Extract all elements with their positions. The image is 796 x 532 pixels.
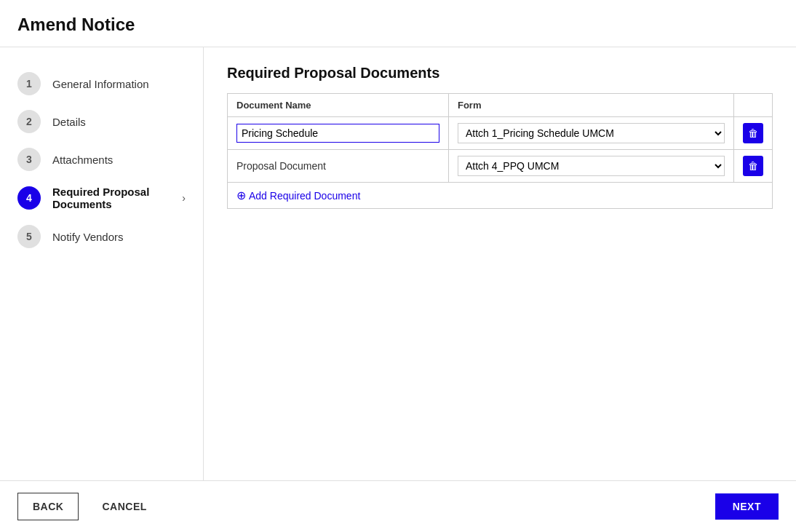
table-row: Attch 1_Pricing Schedule UMCMAttch 2_Tec… [228,117,773,150]
step-circle-3: 3 [17,148,41,171]
step-label-3: Attachments [52,154,113,166]
footer: BACK CANCEL NEXT [0,480,796,532]
col-header-actions [734,94,773,117]
sidebar: 1General Information2Details3Attachments… [0,47,204,480]
doc-name-cell-1: Proposal Document [228,150,449,183]
step-label-4: Required Proposal Documents [52,186,167,210]
step-circle-4: 4 [17,186,41,210]
sidebar-step-1[interactable]: 1General Information [12,65,191,103]
form-select-0[interactable]: Attch 1_Pricing Schedule UMCMAttch 2_Tec… [458,123,725,143]
form-cell-0: Attch 1_Pricing Schedule UMCMAttch 2_Tec… [448,117,733,150]
delete-cell-1: 🗑 [734,150,773,183]
step-label-2: Details [52,116,86,128]
doc-name-cell-0 [228,117,449,150]
add-doc-label: Add Required Document [249,190,360,202]
delete-button-1[interactable]: 🗑 [743,156,763,176]
table-row: Proposal DocumentAttch 1_Pricing Schedul… [228,150,773,183]
step-label-5: Notify Vendors [52,231,124,243]
sidebar-step-4[interactable]: 4Required Proposal Documents› [12,178,191,218]
page-title: Amend Notice [17,15,779,35]
doc-name-text-1: Proposal Document [236,160,326,172]
page-header: Amend Notice [0,0,796,47]
cancel-button[interactable]: CANCEL [87,493,161,520]
chevron-right-icon: › [182,192,186,204]
section-title: Required Proposal Documents [227,65,773,82]
next-button[interactable]: NEXT [715,493,779,520]
documents-table: Document Name Form Attch 1_Pricing Sched… [227,93,773,209]
sidebar-step-2[interactable]: 2Details [12,103,191,140]
col-header-document-name: Document Name [228,94,449,117]
col-header-form: Form [448,94,733,117]
sidebar-step-3[interactable]: 3Attachments [12,140,191,178]
form-select-1[interactable]: Attch 1_Pricing Schedule UMCMAttch 2_Tec… [458,156,725,176]
delete-button-0[interactable]: 🗑 [743,123,763,143]
main-content: 1General Information2Details3Attachments… [0,47,796,480]
add-required-document-link[interactable]: ⊕ Add Required Document [236,188,763,202]
step-circle-5: 5 [17,225,41,248]
doc-name-input-0[interactable] [236,124,439,143]
content-area: Required Proposal Documents Document Nam… [204,47,796,480]
add-doc-row: ⊕ Add Required Document [228,183,773,209]
step-label-1: General Information [52,78,149,90]
delete-cell-0: 🗑 [734,117,773,150]
step-circle-1: 1 [17,72,41,95]
footer-left-buttons: BACK CANCEL [17,493,162,520]
step-circle-2: 2 [17,110,41,133]
back-button[interactable]: BACK [17,493,79,520]
sidebar-step-5[interactable]: 5Notify Vendors [12,218,191,255]
form-cell-1: Attch 1_Pricing Schedule UMCMAttch 2_Tec… [448,150,733,183]
plus-icon: ⊕ [236,188,246,202]
